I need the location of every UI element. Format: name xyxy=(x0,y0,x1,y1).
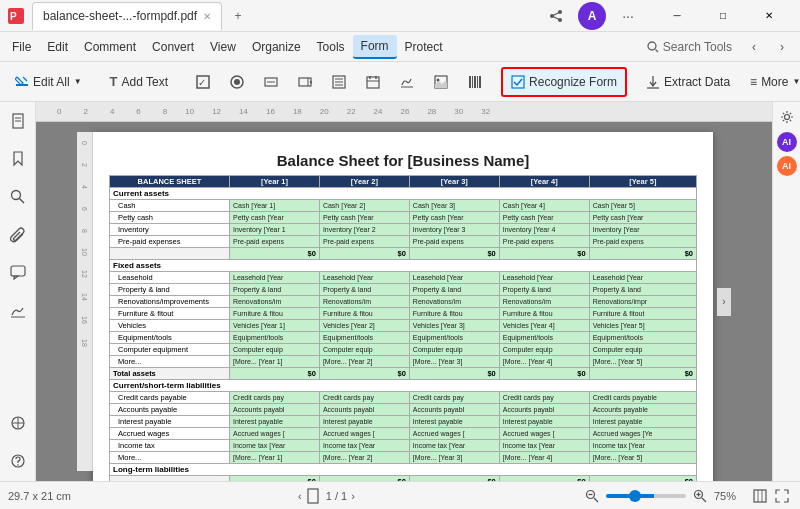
zoom-slider[interactable] xyxy=(606,494,686,498)
cell-y2: Petty cash [Year xyxy=(319,212,409,224)
cell-y3: [More... [Year 3] xyxy=(409,356,499,368)
svg-text:✓: ✓ xyxy=(198,77,206,88)
menu-protect[interactable]: Protect xyxy=(397,36,451,58)
row-label: Petty cash xyxy=(110,212,230,224)
image-button[interactable] xyxy=(425,67,457,97)
cell-y1: Computer equip xyxy=(230,344,320,356)
account-avatar[interactable]: A xyxy=(578,2,606,30)
panel-icon-attachments[interactable] xyxy=(2,219,34,251)
maximize-button[interactable]: □ xyxy=(700,0,746,32)
cell-y3: Income tax [Year xyxy=(409,440,499,452)
text-field-button[interactable] xyxy=(255,67,287,97)
more-options-icon[interactable]: ··· xyxy=(614,2,642,30)
cell-y5: Accrued wages [Ye xyxy=(589,428,696,440)
panel-icon-bookmarks[interactable] xyxy=(2,143,34,175)
cell-y3: Pre-paid expens xyxy=(409,236,499,248)
menu-organize[interactable]: Organize xyxy=(244,36,309,58)
cell-y1: Renovations/im xyxy=(230,296,320,308)
combo-box-button[interactable]: ▼ xyxy=(289,67,321,97)
svg-line-55 xyxy=(702,498,706,502)
edit-all-arrow[interactable]: ▼ xyxy=(74,77,82,86)
fullscreen-button[interactable] xyxy=(772,486,792,506)
window-controls: ─ □ ✕ xyxy=(654,0,792,32)
checkbox-button[interactable]: ✓ xyxy=(187,67,219,97)
doc-area[interactable]: 0 2 4 6 8 10 12 14 16 18 Balance Sheet f… xyxy=(36,122,772,481)
cell-y1: Pre-paid expens xyxy=(230,236,320,248)
menu-tools[interactable]: Tools xyxy=(309,36,353,58)
recognize-form-button[interactable]: Recognize Form xyxy=(501,67,627,97)
panel-icon-comments[interactable] xyxy=(2,257,34,289)
edit-all-button[interactable]: Edit All ▼ xyxy=(6,67,91,97)
cell-y2: Leasehold [Year xyxy=(319,272,409,284)
total-cell: $0 xyxy=(230,368,320,380)
barcode-button[interactable] xyxy=(459,67,491,97)
ai-badge-primary[interactable]: AI xyxy=(777,132,797,152)
cell-y4: Pre-paid expens xyxy=(499,236,589,248)
cell-y4: Property & land xyxy=(499,284,589,296)
panel-icon-signatures[interactable] xyxy=(2,295,34,327)
svg-point-13 xyxy=(234,79,240,85)
cell-y2: [More... [Year 2] xyxy=(319,356,409,368)
date-field-button[interactable] xyxy=(357,67,389,97)
edit-all-label: Edit All xyxy=(33,75,70,89)
svg-rect-33 xyxy=(477,76,478,88)
extract-data-button[interactable]: Extract Data xyxy=(637,67,739,97)
total-cell: $0 xyxy=(319,248,409,260)
minimize-button[interactable]: ─ xyxy=(654,0,700,32)
page-next-button[interactable]: › xyxy=(351,490,355,502)
active-tab[interactable]: balance-sheet-...-formpdf.pdf ✕ xyxy=(32,2,222,30)
share-icon[interactable] xyxy=(542,2,570,30)
menu-view[interactable]: View xyxy=(202,36,244,58)
menu-form[interactable]: Form xyxy=(353,35,397,59)
settings-icon[interactable] xyxy=(776,106,798,128)
close-tab-icon[interactable]: ✕ xyxy=(203,11,211,22)
cell-y5: Pre-paid expens xyxy=(589,236,696,248)
signature-button[interactable] xyxy=(391,67,423,97)
menu-edit[interactable]: Edit xyxy=(39,36,76,58)
close-button[interactable]: ✕ xyxy=(746,0,792,32)
fit-page-button[interactable] xyxy=(750,486,770,506)
svg-rect-42 xyxy=(11,266,25,276)
back-icon[interactable]: ‹ xyxy=(740,33,768,61)
cell-y1: Income tax [Year xyxy=(230,440,320,452)
page-prev-button[interactable]: ‹ xyxy=(298,490,302,502)
cell-y5: Accounts payable xyxy=(589,404,696,416)
menu-convert[interactable]: Convert xyxy=(144,36,202,58)
row-label: More... xyxy=(110,356,230,368)
add-text-button[interactable]: T Add Text xyxy=(101,67,177,97)
search-tools-button[interactable]: Search Tools xyxy=(639,40,740,54)
cell-y4: Inventory [Year 4 xyxy=(499,224,589,236)
panel-icon-pages[interactable] xyxy=(2,105,34,137)
menu-comment[interactable]: Comment xyxy=(76,36,144,58)
cell-y5: Vehicles [Year 5] xyxy=(589,320,696,332)
panel-icon-help[interactable] xyxy=(2,445,34,477)
zoom-out-button[interactable] xyxy=(582,486,602,506)
total-cell: $0 xyxy=(589,368,696,380)
cell-y3: Equipment/tools xyxy=(409,332,499,344)
row-label: Vehicles xyxy=(110,320,230,332)
add-text-label: Add Text xyxy=(122,75,168,89)
menu-file[interactable]: File xyxy=(4,36,39,58)
zoom-in-button[interactable] xyxy=(690,486,710,506)
panel-icon-navigate[interactable] xyxy=(2,407,34,439)
more-arrow: ▼ xyxy=(792,77,800,86)
right-nav-arrow[interactable]: › xyxy=(717,288,731,316)
table-row: Credit cards payable Credit cards pay Cr… xyxy=(110,392,697,404)
cell-y3: Accounts payabl xyxy=(409,404,499,416)
list-box-button[interactable] xyxy=(323,67,355,97)
total-cell: $0 xyxy=(409,248,499,260)
forward-icon[interactable]: › xyxy=(768,33,796,61)
ai-badge2-label: AI xyxy=(782,161,791,171)
table-row: Petty cash Petty cash [Year Petty cash [… xyxy=(110,212,697,224)
new-tab-button[interactable]: + xyxy=(226,4,250,28)
zoom-level: 75% xyxy=(714,490,736,502)
cell-y1: Furniture & fitou xyxy=(230,308,320,320)
row-label: Pre-paid expenses xyxy=(110,236,230,248)
ai-badge-secondary[interactable]: AI xyxy=(777,156,797,176)
more-button[interactable]: ≡ More ▼ xyxy=(741,67,800,97)
panel-icon-search[interactable] xyxy=(2,181,34,213)
radio-button[interactable] xyxy=(221,67,253,97)
svg-point-48 xyxy=(17,464,19,466)
table-row: More... [More... [Year 1] [More... [Year… xyxy=(110,356,697,368)
cell-y4: Petty cash [Year xyxy=(499,212,589,224)
